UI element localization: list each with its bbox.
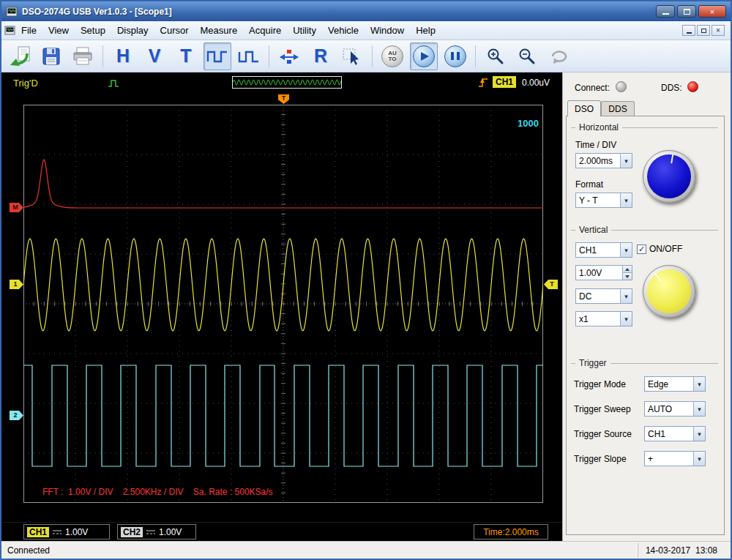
toolbar-separator: [102, 45, 103, 67]
chevron-down-icon: ▾: [693, 402, 705, 416]
marker-label: 1: [13, 280, 17, 289]
mdi-restore-button[interactable]: [697, 25, 710, 36]
waveform-mode2-button[interactable]: [235, 42, 263, 70]
trigger-source-select[interactable]: CH1 ▾: [644, 426, 706, 441]
pause-bar: [457, 52, 460, 60]
trigger-level-marker[interactable]: T: [544, 280, 558, 289]
check-icon: ✓: [638, 245, 645, 253]
divider: [571, 363, 575, 364]
fft-position-marker[interactable]: M: [10, 203, 23, 212]
menu-vehicle[interactable]: Vehicle: [322, 22, 365, 39]
mdi-close-button[interactable]: ×: [712, 25, 725, 36]
horizontal-group-title: Horizontal: [571, 122, 718, 132]
open-button[interactable]: [6, 42, 34, 70]
save-button[interactable]: [37, 42, 65, 70]
time-div-select[interactable]: 2.000ms ▾: [575, 153, 632, 168]
horizontal-setup-button[interactable]: H: [109, 42, 137, 70]
menu-setup[interactable]: Setup: [75, 22, 111, 39]
close-button[interactable]: ×: [698, 5, 726, 18]
channel-onoff-checkbox[interactable]: ✓ ON/OFF: [637, 244, 682, 254]
trigger-group-title: Trigger: [571, 358, 718, 368]
fft-info-label: FFT : 1.00V / DIV 2.500KHz / DIV Sa. Rat…: [42, 487, 273, 497]
ch1-info-box[interactable]: CH1 1.00V: [23, 524, 110, 540]
menu-view[interactable]: View: [42, 22, 75, 39]
chevron-down-icon: ▾: [693, 452, 705, 466]
trigger-status-label: Trig'D: [13, 78, 38, 89]
maximize-button[interactable]: [677, 5, 696, 18]
zoom-out-button[interactable]: [513, 42, 541, 70]
maximize-icon: [684, 9, 690, 15]
trigger-source-value: CH1: [645, 429, 693, 439]
close-icon: ×: [716, 26, 720, 34]
menu-measure[interactable]: Measure: [195, 22, 244, 39]
print-button[interactable]: [69, 42, 97, 70]
trigger-setup-button[interactable]: T: [172, 42, 200, 70]
menu-utility[interactable]: Utility: [287, 22, 322, 39]
pause-icon: [444, 45, 466, 67]
menu-help[interactable]: Help: [410, 22, 441, 39]
start-button[interactable]: [410, 42, 438, 70]
menu-acquire[interactable]: Acquire: [243, 22, 287, 39]
toolbar-separator: [475, 45, 476, 67]
spin-down-button[interactable]: [623, 272, 632, 280]
trigger-mode-value: Edge: [645, 379, 693, 389]
ch1-position-marker[interactable]: 1: [10, 280, 23, 289]
volts-div-stepper[interactable]: 1.00V: [575, 265, 632, 280]
ch2-position-marker[interactable]: 2: [10, 411, 23, 420]
trigger-slope-label: Trigger Slope: [574, 454, 627, 464]
time-div-label: Time / DIV: [575, 140, 616, 150]
print-icon: [72, 47, 93, 66]
probe-select[interactable]: x1 ▾: [575, 311, 632, 326]
vertical-setup-button[interactable]: V: [141, 42, 168, 70]
auto-set-button[interactable]: AU TO: [378, 42, 406, 70]
marker-label: M: [12, 203, 18, 212]
cursor-pointer-icon: [342, 47, 362, 66]
vertical-knob[interactable]: [643, 265, 695, 318]
xy-arrows-icon: [278, 47, 300, 66]
tab-dso[interactable]: DSO: [567, 100, 601, 116]
zoom-in-button[interactable]: [482, 42, 509, 70]
ch2-info-box[interactable]: CH2 1.00V: [117, 524, 196, 540]
panel-tabs: DSO DDS: [567, 100, 635, 116]
format-select[interactable]: Y - T ▾: [575, 193, 632, 208]
tab-dds[interactable]: DDS: [601, 101, 635, 116]
dso-tab-page: Horizontal Time / DIV 2.000ms ▾ Format Y…: [566, 116, 725, 535]
play-triangle: [421, 52, 429, 61]
horizontal-knob[interactable]: [643, 150, 695, 203]
waveform-mode-button[interactable]: [203, 42, 231, 70]
dc-coupling-icon: [52, 529, 62, 536]
marker-label: T: [550, 280, 554, 289]
cursor-button[interactable]: [338, 42, 366, 70]
self-cal-button[interactable]: [545, 42, 572, 70]
vertical-letter-icon: V: [149, 45, 161, 67]
trigger-slope-value: +: [645, 454, 693, 464]
trigger-mode-select[interactable]: Edge ▾: [644, 376, 706, 392]
chevron-down-icon: ▾: [620, 289, 632, 303]
divider: [622, 127, 718, 128]
trigger-position-marker[interactable]: T: [278, 94, 289, 104]
coupling-select[interactable]: DC ▾: [575, 288, 632, 304]
timebase-info-box: Time:2.000ms: [474, 524, 548, 540]
minimize-button[interactable]: [656, 5, 675, 18]
record-preview-slider[interactable]: [232, 76, 342, 89]
play-icon: [413, 45, 435, 67]
menu-window[interactable]: Window: [365, 22, 410, 39]
coupling-value: DC: [576, 291, 620, 302]
refresh-button[interactable]: R: [307, 42, 335, 70]
scope-display: 1000 FFT : 1.00V / DIV 2.500KHz / DIV Sa…: [1, 93, 562, 522]
connect-led-indicator: [616, 81, 627, 92]
chevron-down-icon: ▾: [693, 427, 705, 441]
channel-select[interactable]: CH1 ▾: [575, 242, 632, 258]
ch2-badge: CH2: [121, 527, 143, 537]
spin-up-button[interactable]: [623, 266, 632, 272]
xy-mode-button[interactable]: [275, 42, 303, 70]
menu-file[interactable]: File: [15, 22, 42, 39]
trigger-sweep-select[interactable]: AUTO ▾: [644, 401, 706, 417]
menu-cursor[interactable]: Cursor: [154, 22, 195, 39]
divider: [611, 230, 718, 231]
pause-button[interactable]: [441, 42, 469, 70]
chevron-down-icon: ▾: [620, 243, 632, 257]
mdi-minimize-button[interactable]: [682, 25, 695, 36]
trigger-slope-select[interactable]: + ▾: [644, 451, 706, 466]
menu-display[interactable]: Display: [111, 22, 154, 39]
